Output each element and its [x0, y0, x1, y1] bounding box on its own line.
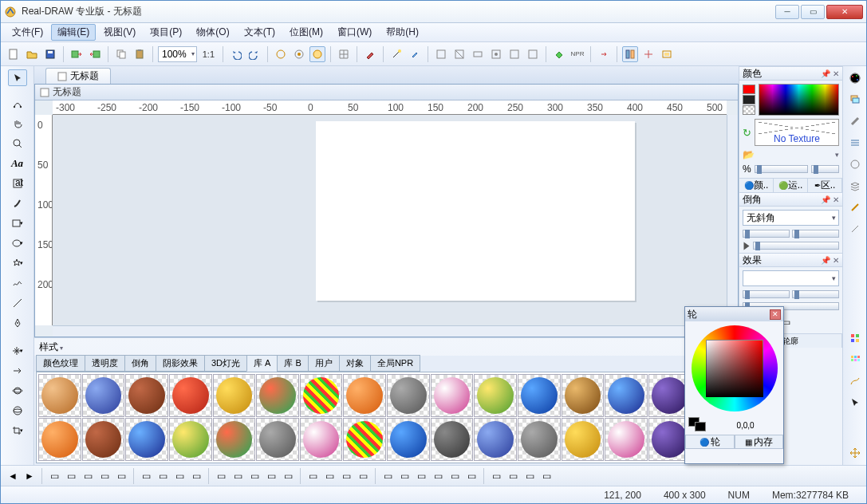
toolbtn-a[interactable] [433, 46, 449, 62]
tab-motion[interactable]: 🟢运.. [774, 179, 808, 192]
style-swatch[interactable] [431, 418, 474, 461]
style-swatch[interactable] [605, 374, 648, 417]
pointer2-icon[interactable] [846, 394, 864, 411]
folder-icon[interactable]: 📂 [743, 149, 755, 160]
dropdown-icon[interactable]: ▾ [835, 151, 839, 159]
pen2-icon[interactable] [846, 112, 864, 130]
bt-2[interactable]: ▭ [64, 469, 78, 483]
grid4-icon[interactable] [846, 329, 864, 347]
hand-tool[interactable] [8, 115, 27, 132]
color-wheel[interactable] [692, 325, 778, 411]
style-swatch[interactable] [300, 374, 343, 417]
bt-6[interactable]: ▭ [139, 469, 153, 483]
bt-10[interactable]: ▭ [214, 469, 228, 483]
style-swatch[interactable] [562, 418, 605, 461]
brush-icon[interactable] [362, 46, 378, 62]
bt-21[interactable]: ▭ [414, 469, 428, 483]
color-wheel-close-icon[interactable]: ✕ [770, 309, 781, 320]
layout1-icon[interactable] [622, 46, 638, 62]
style-swatch[interactable] [213, 374, 256, 417]
color-primary[interactable] [743, 85, 755, 94]
style-swatch[interactable] [256, 418, 299, 461]
style-swatch[interactable] [82, 418, 125, 461]
bt-22[interactable]: ▭ [431, 469, 445, 483]
bt-24[interactable]: ▭ [464, 469, 479, 483]
zoom-tool[interactable] [8, 135, 27, 152]
curve-icon[interactable] [846, 372, 864, 390]
circle3-icon[interactable] [309, 46, 325, 62]
effect-panel-header[interactable]: 效果 📌 ✕ [739, 253, 842, 267]
bt-5[interactable]: ▭ [114, 469, 128, 483]
bt-14[interactable]: ▭ [281, 469, 295, 483]
pen-tool[interactable] [8, 314, 27, 331]
toolbtn-f[interactable] [525, 46, 541, 62]
pin-icon[interactable]: 📌 ✕ [821, 256, 839, 265]
shape-tool[interactable] [8, 95, 27, 112]
bt-17[interactable]: ▭ [339, 469, 353, 483]
style-swatch[interactable] [562, 374, 605, 417]
refresh-icon[interactable]: ↻ [743, 127, 751, 139]
bt-prev[interactable]: ◄ [6, 469, 20, 483]
paragraph-tool[interactable]: ab [8, 175, 27, 191]
color-picker[interactable] [759, 84, 839, 116]
color-secondary[interactable] [743, 95, 755, 104]
bt-18[interactable]: ▭ [356, 469, 370, 483]
tab-object[interactable]: 对象 [339, 355, 371, 372]
tab-bevel[interactable]: 倒角 [124, 355, 156, 372]
opacity-slider[interactable] [755, 165, 809, 173]
style-swatch[interactable] [518, 374, 561, 417]
effect-slider-2[interactable] [792, 290, 839, 298]
star-tool[interactable]: ▾ [8, 254, 27, 271]
bt-12[interactable]: ▭ [247, 469, 262, 483]
layout3-icon[interactable] [659, 46, 675, 62]
tab-lib-a[interactable]: 库 A [246, 355, 278, 372]
wand-icon[interactable] [388, 46, 404, 62]
bt-1[interactable]: ▭ [47, 469, 61, 483]
ellipse-tool[interactable]: ▾ [8, 234, 27, 251]
paste-button[interactable] [132, 46, 148, 62]
style-swatch[interactable] [431, 374, 474, 417]
menu-object[interactable]: 物体(O) [190, 24, 235, 41]
bevel-slider-2[interactable] [792, 230, 839, 238]
circle2-icon[interactable] [291, 46, 307, 62]
bt-19[interactable]: ▭ [380, 469, 395, 483]
open-button[interactable] [24, 46, 40, 62]
effect-combo[interactable] [743, 270, 839, 286]
redo-button[interactable] [246, 46, 262, 62]
fill-icon[interactable] [551, 46, 567, 62]
copy-button[interactable] [113, 46, 129, 62]
line-tool[interactable] [8, 294, 27, 311]
style-swatch[interactable] [38, 374, 81, 417]
bt-20[interactable]: ▭ [397, 469, 412, 483]
tab-transparency[interactable]: 透明度 [85, 355, 125, 372]
bt-27[interactable]: ▭ [522, 469, 537, 483]
bevel-slider-3[interactable] [753, 242, 839, 250]
tab-memory[interactable]: ▦内存 [735, 435, 784, 449]
style-swatch[interactable] [343, 374, 386, 417]
close-button[interactable]: ✕ [826, 5, 863, 19]
pin-icon[interactable]: 📌 ✕ [821, 195, 839, 204]
bt-28[interactable]: ▭ [539, 469, 554, 483]
toolbtn-d[interactable] [488, 46, 504, 62]
style-swatch[interactable] [125, 418, 168, 461]
tab-wheel[interactable]: 🔵轮 [685, 435, 735, 449]
page[interactable] [316, 121, 635, 301]
paint-tool[interactable] [8, 195, 27, 211]
no-texture-box[interactable]: No Texture [755, 119, 839, 146]
style-swatch[interactable] [169, 374, 212, 417]
bt-15[interactable]: ▭ [305, 469, 320, 483]
bt-23[interactable]: ▭ [447, 469, 462, 483]
scrollbar-vertical[interactable] [727, 115, 738, 325]
toolbtn-e[interactable] [506, 46, 522, 62]
style-swatch[interactable] [169, 418, 212, 461]
ruler-vertical[interactable]: 0 50 100 150 200 [35, 115, 53, 325]
tab-color[interactable]: 🔵颜.. [739, 179, 774, 192]
bt-8[interactable]: ▭ [172, 469, 187, 483]
palette-icon[interactable] [846, 69, 864, 87]
style-swatch[interactable] [125, 374, 168, 417]
document-tab[interactable]: 无标题 [45, 68, 111, 84]
new-button[interactable] [6, 46, 22, 62]
undo-button[interactable] [228, 46, 244, 62]
bt-7[interactable]: ▭ [156, 469, 170, 483]
style-swatch[interactable] [82, 374, 125, 417]
